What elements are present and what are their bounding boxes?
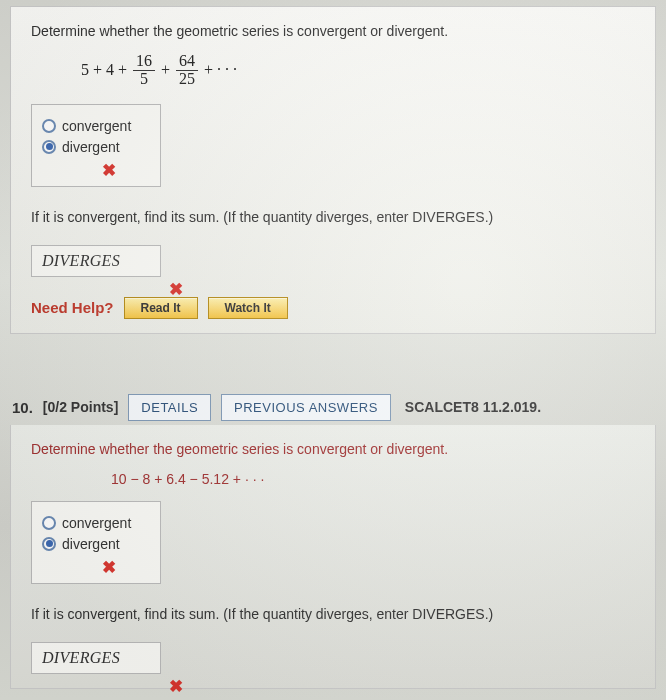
plus-1: + xyxy=(161,61,170,79)
sum-input-2[interactable] xyxy=(31,642,161,674)
question-2-prompt: Determine whether the geometric series i… xyxy=(31,441,637,457)
followup-prompt-1: If it is convergent, find its sum. (If t… xyxy=(31,209,637,225)
radio-divergent-1[interactable] xyxy=(42,140,56,154)
followup-prompt-2: If it is convergent, find its sum. (If t… xyxy=(31,606,637,622)
question-1-prompt: Determine whether the geometric series i… xyxy=(31,23,637,39)
help-row: Need Help? Read It Watch It xyxy=(31,297,637,319)
options-box-1: convergent divergent ✖ xyxy=(31,104,161,187)
incorrect-icon: ✖ xyxy=(169,279,183,300)
series-expression-1: 5 + 4 + 16 5 + 64 25 + · · · xyxy=(81,53,637,88)
radio-divergent-2[interactable] xyxy=(42,537,56,551)
option-divergent-label-2: divergent xyxy=(62,536,120,552)
option-divergent-2[interactable]: divergent xyxy=(42,536,142,552)
option-convergent-label-2: convergent xyxy=(62,515,131,531)
need-help-label: Need Help? xyxy=(31,299,114,316)
sum-input-1[interactable] xyxy=(31,245,161,277)
details-button[interactable]: DETAILS xyxy=(128,394,211,421)
option-divergent-label-1: divergent xyxy=(62,139,120,155)
fraction-2: 64 25 xyxy=(176,53,198,88)
incorrect-icon: ✖ xyxy=(102,160,116,181)
question-header-row: 10. [0/2 Points] DETAILS PREVIOUS ANSWER… xyxy=(0,394,666,421)
radio-convergent-2[interactable] xyxy=(42,516,56,530)
frac1-den: 5 xyxy=(137,71,151,88)
read-it-button[interactable]: Read It xyxy=(124,297,198,319)
option-convergent-2[interactable]: convergent xyxy=(42,515,142,531)
question-1-panel: Determine whether the geometric series i… xyxy=(10,6,656,334)
option-convergent-1[interactable]: convergent xyxy=(42,118,142,134)
option-convergent-label-1: convergent xyxy=(62,118,131,134)
previous-answers-button[interactable]: PREVIOUS ANSWERS xyxy=(221,394,391,421)
option-divergent-1[interactable]: divergent xyxy=(42,139,142,155)
textbook-code: SCALCET8 11.2.019. xyxy=(405,399,541,415)
series-tail: + · · · xyxy=(204,61,237,79)
points-label: [0/2 Points] xyxy=(43,399,118,415)
answer-wrap-1: ✖ xyxy=(31,239,161,277)
series-expression-2: 10 − 8 + 6.4 − 5.12 + · · · xyxy=(111,471,637,487)
frac1-num: 16 xyxy=(133,53,155,71)
options-box-2: convergent divergent ✖ xyxy=(31,501,161,584)
frac2-den: 25 xyxy=(176,71,198,88)
radio-convergent-1[interactable] xyxy=(42,119,56,133)
question-number: 10. xyxy=(12,399,33,416)
watch-it-button[interactable]: Watch It xyxy=(208,297,288,319)
answer-wrap-2: ✖ xyxy=(31,636,161,674)
question-2-panel: Determine whether the geometric series i… xyxy=(10,425,656,689)
frac2-num: 64 xyxy=(176,53,198,71)
fraction-1: 16 5 xyxy=(133,53,155,88)
incorrect-icon: ✖ xyxy=(169,676,183,697)
series-leading: 5 + 4 + xyxy=(81,61,127,79)
incorrect-icon: ✖ xyxy=(102,557,116,578)
